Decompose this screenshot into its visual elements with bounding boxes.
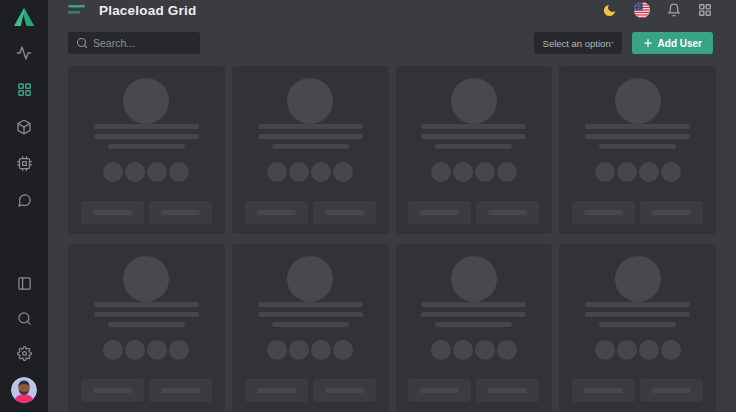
text-line-placeholder: [94, 134, 199, 139]
buttons-placeholder: [245, 379, 376, 402]
chat-bubble-icon: [17, 193, 32, 208]
language-selector[interactable]: [634, 2, 650, 18]
sidebar-item-activity[interactable]: [0, 34, 48, 71]
titlebar-actions: [602, 2, 712, 18]
user-avatar[interactable]: [11, 377, 37, 403]
button-placeholder: [313, 379, 376, 402]
main-area: Placeload Grid: [48, 0, 736, 412]
filter-select[interactable]: Select an option: [534, 32, 622, 54]
button-placeholder: [313, 201, 376, 224]
sidebar-bottom-nav: [0, 266, 48, 412]
icon-dots-placeholder: [103, 162, 189, 182]
text-line-placeholder: [258, 134, 363, 139]
page-title: Placeload Grid: [99, 3, 196, 18]
placeholder-card: [232, 244, 389, 412]
placeholder-card: [68, 244, 225, 412]
icon-dots-placeholder: [267, 162, 353, 182]
search-input[interactable]: [68, 32, 200, 54]
dot-placeholder: [661, 340, 681, 360]
sidebar-item-dashboard-grid[interactable]: [0, 71, 48, 108]
sidebar-item-messages[interactable]: [0, 182, 48, 219]
dot-placeholder: [147, 162, 167, 182]
add-user-label: Add User: [658, 38, 702, 49]
sidebar-top-nav: [0, 34, 48, 219]
buttons-placeholder: [81, 379, 212, 402]
dot-placeholder: [639, 340, 659, 360]
placeholder-card: [396, 244, 553, 412]
placeholder-card: [396, 66, 553, 234]
gear-icon: [17, 346, 32, 361]
dot-placeholder: [595, 340, 615, 360]
text-line-placeholder: [272, 322, 349, 327]
button-placeholder: [245, 379, 308, 402]
icon-dots-placeholder: [431, 340, 517, 360]
moon-icon: [602, 3, 617, 18]
dot-placeholder: [289, 340, 309, 360]
dot-placeholder: [125, 340, 145, 360]
button-placeholder: [408, 379, 471, 402]
placeholder-card: [232, 66, 389, 234]
avatar-placeholder: [451, 78, 497, 124]
buttons-placeholder: [572, 379, 703, 402]
sidebar-item-elements[interactable]: [0, 145, 48, 182]
app-logo[interactable]: [0, 0, 48, 34]
grid-icon: [17, 82, 32, 97]
button-placeholder: [149, 201, 212, 224]
dot-placeholder: [475, 340, 495, 360]
text-line-placeholder: [272, 144, 349, 149]
button-placeholder: [640, 201, 703, 224]
dot-placeholder: [267, 340, 287, 360]
avatar-placeholder: [123, 78, 169, 124]
text-line-placeholder: [421, 302, 526, 307]
bell-icon: [667, 3, 681, 17]
button-placeholder: [245, 201, 308, 224]
button-placeholder: [572, 379, 635, 402]
dot-placeholder: [617, 162, 637, 182]
dot-placeholder: [289, 162, 309, 182]
dark-mode-toggle[interactable]: [602, 3, 617, 18]
text-line-placeholder: [435, 144, 512, 149]
activity-icon: [16, 45, 32, 61]
placeholder-card: [559, 66, 716, 234]
plus-icon: [643, 38, 653, 48]
placeholder-card: [559, 244, 716, 412]
dot-placeholder: [475, 162, 495, 182]
toolbar: Select an option Add User: [48, 32, 736, 54]
sidebar-item-settings[interactable]: [0, 336, 48, 371]
text-line-placeholder: [421, 134, 526, 139]
dot-placeholder: [333, 340, 353, 360]
triangle-logo-icon: [13, 7, 35, 27]
text-line-placeholder: [94, 312, 199, 317]
text-line-placeholder: [258, 312, 363, 317]
icon-dots-placeholder: [431, 162, 517, 182]
filter-select-value: Select an option: [543, 38, 611, 49]
button-placeholder: [408, 201, 471, 224]
dot-placeholder: [639, 162, 659, 182]
avatar-placeholder: [123, 256, 169, 302]
sidebar-item-components[interactable]: [0, 108, 48, 145]
sidebar-item-panels[interactable]: [0, 266, 48, 301]
notifications-button[interactable]: [667, 3, 681, 17]
card-grid: [48, 54, 736, 412]
apps-menu-button[interactable]: [698, 3, 712, 17]
text-line-placeholder: [258, 302, 363, 307]
dot-placeholder: [453, 162, 473, 182]
search-box: [68, 32, 200, 54]
apps-grid-icon: [698, 3, 712, 17]
dot-placeholder: [497, 340, 517, 360]
avatar-placeholder: [287, 256, 333, 302]
dot-placeholder: [311, 340, 331, 360]
sidebar-item-search[interactable]: [0, 301, 48, 336]
dot-placeholder: [617, 340, 637, 360]
text-line-placeholder: [585, 124, 690, 129]
avatar-placeholder: [615, 78, 661, 124]
button-placeholder: [81, 201, 144, 224]
dot-placeholder: [267, 162, 287, 182]
add-user-button[interactable]: Add User: [632, 32, 713, 54]
text-line-placeholder: [435, 322, 512, 327]
menu-toggle-button[interactable]: [68, 4, 86, 16]
text-line-placeholder: [585, 134, 690, 139]
toolbar-actions: Select an option Add User: [534, 32, 713, 54]
button-placeholder: [572, 201, 635, 224]
text-line-placeholder: [108, 144, 185, 149]
